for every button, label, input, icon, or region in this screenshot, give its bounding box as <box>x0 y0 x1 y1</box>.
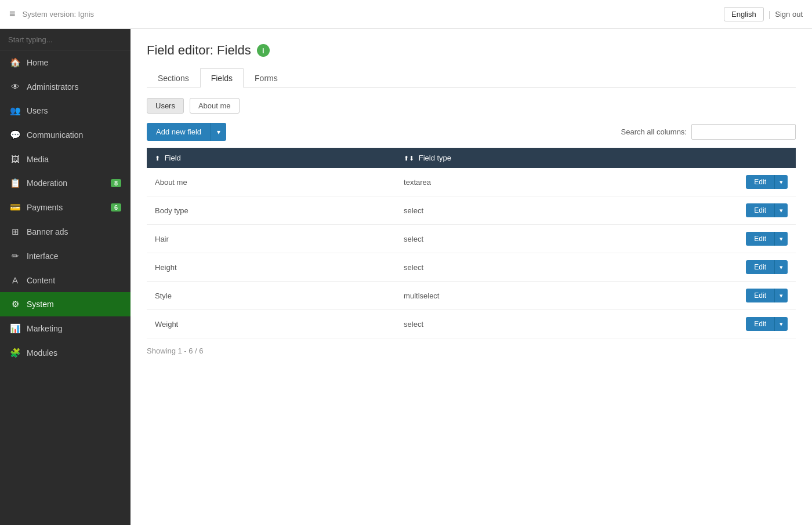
sidebar-search-input[interactable] <box>8 35 122 44</box>
sidebar-item-communication[interactable]: 💬 Communication <box>0 123 130 147</box>
edit-dropdown-button-3[interactable]: ▾ <box>774 260 788 274</box>
edit-dropdown-button-1[interactable]: ▾ <box>774 203 788 217</box>
sidebar-item-home[interactable]: 🏠 Home <box>0 50 130 75</box>
info-icon[interactable]: i <box>257 44 270 57</box>
edit-btn-group-4: Edit ▾ <box>723 289 788 302</box>
sidebar-item-label-marketing: Marketing <box>27 324 62 333</box>
banner-ads-icon: ⊞ <box>9 227 21 237</box>
system-icon: ⚙ <box>9 299 21 309</box>
col-field: ⬆ Field <box>147 148 396 168</box>
tab-sections[interactable]: Sections <box>147 68 200 88</box>
sign-out-button[interactable]: Sign out <box>775 10 803 19</box>
edit-button-1[interactable]: Edit <box>746 203 774 217</box>
sidebar-item-modules[interactable]: 🧩 Modules <box>0 341 130 365</box>
table-row: Weight select Edit ▾ <box>147 310 796 338</box>
table-header: ⬆ Field ⬆⬇ Field type <box>147 148 796 168</box>
users-icon: 👥 <box>9 105 21 116</box>
page-title-row: Field editor: Fields i <box>147 43 796 58</box>
modules-icon: 🧩 <box>9 348 21 358</box>
filter-users[interactable]: Users <box>147 98 184 114</box>
search-col: Search all columns: <box>621 124 796 140</box>
edit-btn-group-3: Edit ▾ <box>723 260 788 274</box>
sidebar-item-label-banner-ads: Banner ads <box>27 227 68 236</box>
cell-field-3: Height <box>147 253 396 282</box>
sidebar-search-container <box>0 29 130 50</box>
search-label: Search all columns: <box>621 127 687 136</box>
tab-fields[interactable]: Fields <box>200 68 244 88</box>
sidebar-item-content[interactable]: A Content <box>0 268 130 292</box>
cell-field-type-2: select <box>396 225 715 253</box>
sidebar-item-users[interactable]: 👥 Users <box>0 99 130 123</box>
topbar-divider: | <box>768 10 771 19</box>
sidebar-item-media[interactable]: 🖼 Media <box>0 147 130 171</box>
sidebar-item-interface[interactable]: ✏ Interface <box>0 244 130 268</box>
cell-field-2: Hair <box>147 225 396 253</box>
sidebar-item-label-system: System <box>27 300 54 309</box>
edit-button-2[interactable]: Edit <box>746 232 774 246</box>
layout: 🏠 Home 👁 Administrators 👥 Users 💬 Commun… <box>0 29 812 525</box>
table-footer: Showing 1 - 6 / 6 <box>147 347 796 355</box>
add-field-btn-group: Add new field ▾ <box>147 123 226 141</box>
cell-actions-5: Edit ▾ <box>715 310 796 338</box>
sidebar-item-administrators[interactable]: 👁 Administrators <box>0 75 130 99</box>
edit-dropdown-button-0[interactable]: ▾ <box>774 175 788 189</box>
language-button[interactable]: English <box>724 7 764 21</box>
sidebar: 🏠 Home 👁 Administrators 👥 Users 💬 Commun… <box>0 29 130 525</box>
system-version: System version: Ignis <box>23 10 95 19</box>
edit-btn-group-0: Edit ▾ <box>723 175 788 189</box>
edit-button-3[interactable]: Edit <box>746 260 774 274</box>
sidebar-item-label-modules: Modules <box>27 348 57 358</box>
interface-icon: ✏ <box>9 251 21 261</box>
search-all-columns-input[interactable] <box>691 124 796 140</box>
sidebar-item-system[interactable]: ⚙ System <box>0 292 130 316</box>
table-row: Style multiselect Edit ▾ <box>147 282 796 310</box>
menu-icon[interactable]: ≡ <box>9 8 16 20</box>
cell-field-type-1: select <box>396 196 715 225</box>
sidebar-item-label-home: Home <box>27 58 48 67</box>
edit-button-0[interactable]: Edit <box>746 175 774 189</box>
sidebar-item-label-payments: Payments <box>27 203 63 212</box>
cell-actions-3: Edit ▾ <box>715 253 796 282</box>
cell-actions-0: Edit ▾ <box>715 168 796 196</box>
sidebar-nav: 🏠 Home 👁 Administrators 👥 Users 💬 Commun… <box>0 50 130 525</box>
filter-about-me[interactable]: About me <box>190 98 240 114</box>
table-row: Height select Edit ▾ <box>147 253 796 282</box>
sidebar-item-marketing[interactable]: 📊 Marketing <box>0 316 130 341</box>
marketing-icon: 📊 <box>9 323 21 334</box>
page-title: Field editor: Fields <box>147 43 251 58</box>
sidebar-item-banner-ads[interactable]: ⊞ Banner ads <box>0 220 130 244</box>
main-content: Field editor: Fields i SectionsFieldsFor… <box>130 29 812 525</box>
add-new-field-dropdown-button[interactable]: ▾ <box>211 123 226 141</box>
edit-btn-group-2: Edit ▾ <box>723 232 788 246</box>
table-header-row: ⬆ Field ⬆⬇ Field type <box>147 148 796 168</box>
administrators-icon: 👁 <box>9 82 21 92</box>
edit-dropdown-button-4[interactable]: ▾ <box>774 289 788 302</box>
fields-table: ⬆ Field ⬆⬇ Field type About me textarea … <box>147 148 796 338</box>
cell-field-type-5: select <box>396 310 715 338</box>
sort-icon-field: ⬆ <box>155 155 160 162</box>
edit-button-4[interactable]: Edit <box>746 289 774 302</box>
sort-icon-field-type: ⬆⬇ <box>404 155 414 162</box>
tab-forms[interactable]: Forms <box>244 68 289 88</box>
edit-button-5[interactable]: Edit <box>746 317 774 331</box>
topbar-left: ≡ System version: Ignis <box>9 8 94 20</box>
tabs: SectionsFieldsForms <box>147 68 796 88</box>
sidebar-item-label-users: Users <box>27 106 48 115</box>
topbar-right: English | Sign out <box>724 7 803 21</box>
cell-actions-4: Edit ▾ <box>715 282 796 310</box>
cell-field-1: Body type <box>147 196 396 225</box>
add-new-field-button[interactable]: Add new field <box>147 123 211 141</box>
table-row: Hair select Edit ▾ <box>147 225 796 253</box>
cell-actions-2: Edit ▾ <box>715 225 796 253</box>
sidebar-item-label-media: Media <box>27 155 49 164</box>
sidebar-item-moderation[interactable]: 📋 Moderation 8 <box>0 171 130 195</box>
filter-row: UsersAbout me <box>147 98 796 114</box>
moderation-icon: 📋 <box>9 178 21 188</box>
edit-dropdown-button-2[interactable]: ▾ <box>774 232 788 246</box>
sidebar-item-payments[interactable]: 💳 Payments 6 <box>0 195 130 220</box>
cell-field-type-0: textarea <box>396 168 715 196</box>
cell-field-type-3: select <box>396 253 715 282</box>
edit-btn-group-1: Edit ▾ <box>723 203 788 217</box>
communication-icon: 💬 <box>9 130 21 140</box>
edit-dropdown-button-5[interactable]: ▾ <box>774 317 788 331</box>
